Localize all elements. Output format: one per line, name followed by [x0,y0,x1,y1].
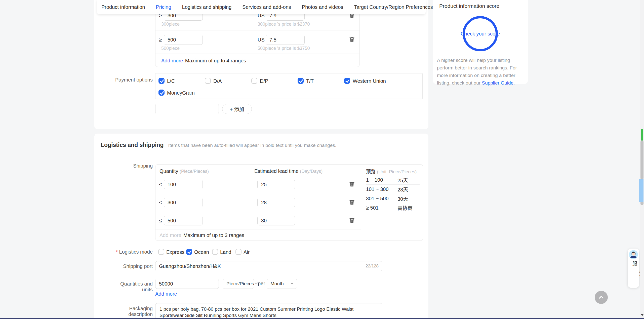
lead-time-input[interactable] [257,198,295,207]
checkbox-ocean[interactable] [186,249,192,255]
lead-time-preview: 预览 (Unit: Piece/Pieces) 1 ~ 100 25天 101 … [362,165,424,241]
char-counter: 22/128 [366,264,379,269]
scrollbar-highlight-blue [639,179,643,202]
required-asterisk: * [116,249,118,255]
logistics-card: Logistics and shipping Items that have b… [94,134,428,319]
supplier-guide-link[interactable]: Supplier Guide [482,80,513,86]
add-quantity-link[interactable]: Add more [155,291,177,297]
customer-service-widget[interactable]: 专属客服 [628,249,639,288]
delete-row-icon[interactable] [349,181,355,187]
scrollbar-marker-green [641,129,643,141]
checkbox-western-union-label[interactable]: Western Union [353,78,386,84]
add-more-note: Maximum of up to 4 ranges [185,58,246,64]
shipping-table: Quantity (Piece/Pieces) Estimated lead t… [155,164,423,241]
add-shipping-range-note: Maximum of up to 3 ranges [183,232,244,238]
quantity-header: Quantity [159,168,178,174]
custom-payment-input[interactable] [155,104,219,114]
checkbox-tt-label[interactable]: T/T [306,78,314,84]
checkbox-land-label[interactable]: Land [220,249,231,255]
price-value-input[interactable] [266,35,305,45]
packaging-label: Packaging description [109,306,153,317]
checkbox-dp-label[interactable]: D/P [260,78,268,84]
tab-pricing[interactable]: Pricing [156,4,171,10]
lead-time-input[interactable] [257,216,295,225]
shipping-port-input[interactable]: Guangzhou/Shenzhen/H&K 22/128 [155,261,382,271]
add-shipping-range-link[interactable]: Add more [159,232,181,238]
checkbox-tt[interactable] [298,78,304,84]
tab-product-information[interactable]: Product information [101,4,145,10]
shipping-port-value: Guangzhou/Shenzhen/H&K [159,263,221,269]
tab-logistics-and-shipping[interactable]: Logistics and shipping [182,4,232,10]
shipping-qty-input[interactable] [164,180,203,189]
checkbox-ocean-label[interactable]: Ocean [194,249,209,255]
score-panel: Product information score Check your sco… [433,0,528,84]
qty-hint: 300piece [161,22,180,27]
price-qty-input[interactable] [164,35,203,45]
add-price-range-link[interactable]: Add more [161,58,183,64]
checkbox-land[interactable] [212,249,218,255]
shipping-qty-input[interactable] [164,198,203,207]
check-score-button[interactable]: Check your score [463,16,498,51]
pricing-card: ≥ US $ 300piece 300piece 's price is $23… [94,0,428,129]
payment-options-label: Payment options [109,77,153,83]
checkbox-express-label[interactable]: Express [166,249,184,255]
checkbox-air[interactable] [235,249,242,255]
scrollbar-thumb-tail [640,202,643,205]
checkbox-da-label[interactable]: D/A [213,78,222,84]
lead-time-unit: (Day/Days) [300,169,323,174]
checkbox-da[interactable] [205,78,211,84]
per-label: per [258,281,265,287]
checkbox-air-label[interactable]: Air [244,249,250,255]
tab-services-and-add-ons[interactable]: Services and add-ons [242,4,291,10]
checkbox-express[interactable] [158,249,164,255]
logistics-mode-label: * Logistics mode [109,249,153,255]
preview-row: 301 ~ 500 30天 [366,194,420,203]
payment-options-box: L/C D/A D/P T/T Western Union MoneyGram [155,73,423,99]
shipping-row-operator: ≤ [159,218,162,224]
checkbox-moneygram-label[interactable]: MoneyGram [167,90,195,96]
quantities-label: Quantities and units [109,281,153,293]
section-tab-bar: Product information Pricing Logistics an… [97,0,426,14]
logistics-section-note: Items that have been auto-filled will ap… [168,143,336,148]
price-row-operator: ≥ [159,37,162,43]
scrollbar-thumb[interactable] [640,140,643,180]
service-avatar-icon [629,250,638,260]
bottom-edge-bar [0,318,644,319]
preview-title: 预览 [366,169,376,174]
lead-time-input[interactable] [257,180,295,189]
period-select-value: Month [270,281,284,287]
period-select[interactable]: Month [267,279,297,289]
tab-photos-and-videos[interactable]: Photos and videos [302,4,343,10]
preview-unit: (Unit: Piece/Pieces) [377,169,417,174]
preview-row: 1 ~ 100 25天 [366,175,420,185]
qty-hint: 500piece [161,46,180,51]
checkbox-lc[interactable] [158,78,165,84]
checkbox-lc-label[interactable]: L/C [167,78,175,84]
lead-time-header: Estimated lead time [254,168,299,174]
score-panel-description: A higher score will help your listing pe… [437,57,526,87]
checkbox-western-union[interactable] [344,78,350,84]
delete-row-icon[interactable] [349,199,355,205]
shipping-label: Shipping [109,163,153,169]
checkbox-dp[interactable] [251,78,257,84]
scroll-to-top-button[interactable] [595,291,608,304]
delete-row-icon[interactable] [349,217,355,223]
quantity-input[interactable] [155,279,219,289]
shipping-row-operator: ≤ [159,182,162,187]
shipping-row-operator: ≤ [159,200,162,206]
score-panel-title: Product information score [439,3,499,9]
packaging-textarea[interactable]: 1 pcs per poly bag, 70-80 pcs per box fo… [155,303,382,319]
quantity-unit: (Piece/Pieces) [180,169,209,174]
add-payment-button[interactable]: + 添加 [222,104,252,114]
shipping-qty-input[interactable] [164,216,203,225]
checkbox-moneygram[interactable] [158,90,165,96]
delete-row-icon[interactable] [349,36,355,43]
chevron-up-icon [598,294,605,301]
preview-row: 101 ~ 300 28天 [366,185,420,194]
unit-select[interactable]: Piece/Pieces [223,279,254,289]
tab-target-country[interactable]: Target Country/Region Preferences [354,4,433,10]
chevron-down-icon [290,281,294,287]
preview-row: ≥ 501 需协商 [366,203,420,212]
scrollbar-down-arrow[interactable] [641,314,644,316]
shipping-port-label: Shipping port [109,263,153,269]
